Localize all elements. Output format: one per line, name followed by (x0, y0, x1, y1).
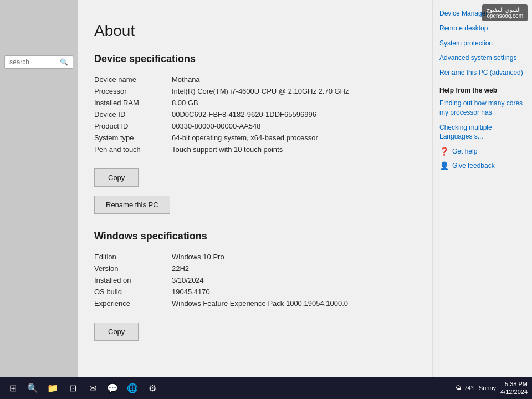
action-text[interactable]: Give feedback (452, 162, 495, 170)
search-input[interactable] (9, 58, 60, 66)
spec-row: System type64-bit operating system, x64-… (94, 132, 410, 144)
weather-icon: 🌤 (456, 385, 462, 391)
spec-value: 3/10/2024 (172, 276, 410, 284)
taskbar-store[interactable]: ⊡ (64, 380, 81, 396)
action-text[interactable]: Get help (452, 147, 477, 155)
clock-time: 5:38 PM (500, 380, 528, 388)
spec-label: Processor (94, 87, 172, 95)
windows-specs-table: EditionWindows 10 ProVersion22H2Installe… (94, 251, 410, 309)
watermark-line2: opensooq.com (487, 13, 523, 19)
spec-label: Device ID (94, 110, 172, 119)
windows-specs-title: Windows specifications (94, 231, 410, 242)
right-panel-link[interactable]: System protection (439, 39, 525, 48)
spec-value: 8.00 GB (172, 99, 410, 107)
right-panel: Device ManagerRemote desktopSystem prote… (432, 0, 532, 377)
spec-row: Version22H2 (94, 263, 410, 274)
device-specs-title: Device specifications (94, 53, 410, 65)
sidebar: 🔍 (0, 0, 78, 377)
weather-text: 74°F Sunny (464, 385, 496, 391)
device-specs-table: Device nameMothanaProcessorIntel(R) Core… (94, 74, 410, 155)
search-icon: 🔍 (60, 58, 68, 66)
spec-label: Edition (94, 253, 172, 261)
taskbar-search[interactable]: 🔍 (24, 380, 41, 396)
right-action[interactable]: ❓Get help (439, 147, 525, 156)
taskbar-settings[interactable]: ⚙ (144, 380, 161, 396)
spec-row: OS build19045.4170 (94, 286, 410, 298)
spec-label: Device name (94, 75, 172, 84)
taskbar-right: 🌤 74°F Sunny 5:38 PM 4/12/2024 (456, 380, 528, 396)
spec-label: System type (94, 134, 172, 142)
spec-label: Installed on (94, 276, 172, 284)
spec-label: Product ID (94, 122, 172, 130)
spec-row: Installed on3/10/2024 (94, 274, 410, 286)
spec-label: Version (94, 264, 172, 273)
device-copy-button[interactable]: Copy (94, 168, 139, 187)
spec-row: ExperienceWindows Feature Experience Pac… (94, 298, 410, 309)
spec-value: 22H2 (172, 264, 410, 273)
spec-value: Windows 10 Pro (172, 253, 410, 261)
spec-row: Device ID00D0C692-FBF8-4182-9620-1DDF655… (94, 109, 410, 120)
help-link[interactable]: Finding out how many cores my processor … (439, 99, 525, 117)
spec-row: Product ID00330-80000-00000-AA548 (94, 120, 410, 132)
action-icon: ❓ (439, 147, 449, 156)
help-link[interactable]: Checking multiple Languages s... (439, 123, 525, 142)
start-button[interactable]: ⊞ (4, 380, 21, 396)
taskbar-clock: 5:38 PM 4/12/2024 (500, 380, 528, 396)
watermark: السوق المفتوح opensooq.com (482, 4, 528, 21)
right-action[interactable]: 👤Give feedback (439, 161, 525, 170)
right-panel-link[interactable]: Advanced system settings (439, 53, 525, 63)
spec-label: Pen and touch (94, 145, 172, 154)
weather-info: 🌤 74°F Sunny (456, 385, 496, 391)
spec-value: Intel(R) Core(TM) i7-4600U CPU @ 2.10GHz… (172, 87, 410, 95)
taskbar: ⊞ 🔍 📁 ⊡ ✉ 💬 🌐 ⚙ 🌤 74°F Sunny 5:38 PM 4/1… (0, 377, 532, 399)
spec-row: Device nameMothana (94, 74, 410, 85)
spec-label: Installed RAM (94, 99, 172, 107)
taskbar-chat[interactable]: 💬 (104, 380, 121, 396)
spec-row: Pen and touchTouch support with 10 touch… (94, 144, 410, 155)
spec-label: OS build (94, 288, 172, 296)
spec-label: Experience (94, 299, 172, 308)
spec-value: Windows Feature Experience Pack 1000.190… (172, 299, 410, 308)
spec-value: 00330-80000-00000-AA548 (172, 122, 410, 130)
clock-date: 4/12/2024 (500, 388, 528, 396)
search-box[interactable]: 🔍 (4, 55, 73, 69)
page-title: About (94, 22, 410, 40)
rename-pc-button[interactable]: Rename this PC (94, 196, 170, 214)
help-section-title: Help from the web (439, 86, 525, 94)
spec-value: 19045.4170 (172, 288, 410, 296)
watermark-line1: السوق المفتوح (487, 7, 523, 13)
spec-row: ProcessorIntel(R) Core(TM) i7-4600U CPU … (94, 85, 410, 97)
windows-copy-button[interactable]: Copy (94, 323, 139, 341)
taskbar-browser[interactable]: 🌐 (124, 380, 141, 396)
taskbar-mail[interactable]: ✉ (84, 380, 101, 396)
spec-row: Installed RAM8.00 GB (94, 97, 410, 109)
spec-value: Mothana (172, 75, 410, 84)
taskbar-files[interactable]: 📁 (44, 380, 61, 396)
taskbar-left: ⊞ 🔍 📁 ⊡ ✉ 💬 🌐 ⚙ (4, 380, 161, 396)
spec-value: Touch support with 10 touch points (172, 145, 410, 154)
right-panel-link[interactable]: Remote desktop (439, 24, 525, 33)
spec-row: EditionWindows 10 Pro (94, 251, 410, 263)
main-content: About Device specifications Device nameM… (78, 0, 432, 377)
action-icon: 👤 (439, 161, 449, 170)
spec-value: 00D0C692-FBF8-4182-9620-1DDF65596996 (172, 110, 410, 119)
spec-value: 64-bit operating system, x64-based proce… (172, 134, 410, 142)
right-panel-link[interactable]: Rename this PC (advanced) (439, 68, 525, 78)
